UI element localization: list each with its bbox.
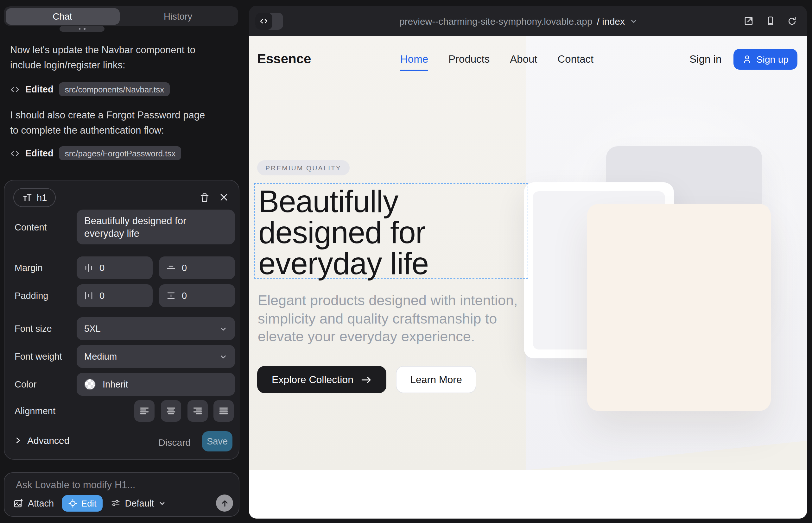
content-label: Content bbox=[15, 222, 47, 232]
chat-message: I should also create a Forgot Password p… bbox=[10, 108, 213, 138]
font-size-select[interactable]: 5XL bbox=[77, 317, 235, 340]
chat-history-tabs: Chat History bbox=[4, 6, 238, 26]
edited-file-row[interactable]: Edited src/pages/ForgotPassword.tsx bbox=[10, 146, 181, 161]
code-icon bbox=[10, 85, 20, 94]
edited-file-row[interactable]: Edited src/components/Navbar.tsx bbox=[10, 82, 170, 97]
align-right-button[interactable] bbox=[188, 400, 208, 422]
color-input[interactable]: Inherit bbox=[77, 373, 235, 396]
nav-home[interactable]: Home bbox=[400, 53, 428, 65]
font-size-value: 5XL bbox=[84, 324, 101, 334]
edit-mode-button[interactable]: Edit bbox=[62, 495, 103, 511]
target-icon bbox=[68, 499, 77, 507]
align-center-button[interactable] bbox=[161, 400, 181, 422]
padding-x-input[interactable]: 0 bbox=[77, 284, 153, 307]
decor-card-beige bbox=[587, 204, 771, 411]
element-tag-pill: h1 bbox=[13, 188, 56, 207]
margin-x-value: 0 bbox=[100, 263, 105, 273]
margin-x-icon bbox=[84, 264, 93, 272]
lovable-app: Chat History Now let's update the Navbar… bbox=[0, 0, 812, 523]
explore-label: Explore Collection bbox=[272, 374, 353, 385]
nav-products[interactable]: Products bbox=[448, 53, 490, 65]
file-chip[interactable]: src/components/Navbar.tsx bbox=[59, 82, 170, 96]
tab-history[interactable]: History bbox=[119, 8, 236, 24]
composer-placeholder: Ask Lovable to modify H1... bbox=[16, 479, 135, 491]
file-chip[interactable]: src/pages/ForgotPassword.tsx bbox=[59, 146, 181, 160]
margin-y-value: 0 bbox=[182, 263, 187, 273]
margin-y-input[interactable]: 0 bbox=[159, 256, 235, 279]
tab-chat[interactable]: Chat bbox=[5, 8, 119, 24]
chevron-down-icon bbox=[219, 325, 227, 333]
edit-label: Edit bbox=[81, 498, 96, 508]
mode-label: Default bbox=[125, 498, 154, 508]
user-icon bbox=[742, 54, 752, 64]
edited-label: Edited bbox=[25, 148, 54, 158]
url-path: / index bbox=[597, 16, 625, 26]
advanced-label: Advanced bbox=[27, 435, 69, 446]
attach-label: Attach bbox=[28, 498, 54, 508]
learn-more-button[interactable]: Learn More bbox=[396, 366, 476, 393]
preview-url[interactable]: preview--charming-site-symphony.lovable.… bbox=[249, 6, 788, 36]
element-editor-panel: h1 Content Beautifully designed for ever… bbox=[4, 180, 240, 460]
chevron-down-icon bbox=[158, 499, 166, 507]
color-value: Inherit bbox=[103, 379, 128, 390]
site-viewport: Essence Home Products About Contact Sign… bbox=[249, 36, 807, 519]
site-nav: Home Products About Contact bbox=[400, 53, 594, 65]
discard-button[interactable]: Discard bbox=[158, 437, 191, 448]
type-icon bbox=[22, 193, 32, 203]
color-label: Color bbox=[15, 379, 36, 390]
content-input[interactable]: Beautifully designed for everyday life bbox=[77, 210, 235, 245]
color-swatch bbox=[84, 379, 96, 390]
sign-up-button[interactable]: Sign up bbox=[734, 49, 797, 69]
close-editor-button[interactable] bbox=[219, 193, 229, 202]
open-external-icon[interactable] bbox=[744, 16, 754, 26]
save-button[interactable]: Save bbox=[202, 431, 232, 451]
hero-headline[interactable]: Beautifully designed for everyday life bbox=[259, 186, 474, 279]
attach-button[interactable]: Attach bbox=[13, 498, 54, 508]
padding-x-icon bbox=[84, 291, 93, 300]
element-tag: h1 bbox=[37, 193, 47, 203]
chevron-down-icon bbox=[219, 353, 227, 361]
sliders-icon bbox=[111, 498, 120, 508]
scrolled-message-peek bbox=[59, 26, 105, 32]
font-size-label: Font size bbox=[15, 324, 52, 334]
padding-y-icon bbox=[166, 291, 175, 300]
chevron-right-icon bbox=[15, 437, 21, 444]
attach-image-icon bbox=[13, 498, 23, 508]
advanced-toggle[interactable]: Advanced bbox=[15, 435, 69, 446]
margin-label: Margin bbox=[15, 263, 43, 273]
send-button[interactable] bbox=[216, 494, 233, 511]
margin-x-input[interactable]: 0 bbox=[77, 256, 153, 279]
font-weight-select[interactable]: Medium bbox=[77, 345, 235, 368]
chat-composer[interactable]: Ask Lovable to modify H1... Attach Edit … bbox=[4, 472, 240, 517]
nav-contact[interactable]: Contact bbox=[558, 53, 594, 65]
padding-y-value: 0 bbox=[182, 291, 187, 301]
align-justify-button[interactable] bbox=[213, 400, 234, 422]
site-logo[interactable]: Essence bbox=[257, 51, 311, 67]
alignment-label: Alignment bbox=[15, 406, 55, 416]
sign-up-label: Sign up bbox=[756, 54, 789, 64]
chevron-down-icon bbox=[629, 17, 637, 25]
nav-about[interactable]: About bbox=[510, 53, 537, 65]
delete-element-button[interactable] bbox=[199, 193, 210, 203]
preview-panel: preview--charming-site-symphony.lovable.… bbox=[249, 6, 807, 519]
code-icon bbox=[10, 148, 20, 158]
hero-paragraph: Elegant products designed with intention… bbox=[258, 292, 536, 346]
mobile-view-icon[interactable] bbox=[766, 16, 775, 26]
chat-message: Now let's update the Navbar component to… bbox=[10, 42, 213, 72]
padding-y-input[interactable]: 0 bbox=[159, 284, 235, 307]
mode-select[interactable]: Default bbox=[111, 498, 166, 508]
url-host: preview--charming-site-symphony.lovable.… bbox=[399, 16, 593, 26]
margin-y-icon bbox=[166, 264, 175, 272]
hero-badge: PREMIUM QUALITY bbox=[257, 160, 350, 175]
font-weight-value: Medium bbox=[84, 351, 117, 362]
padding-label: Padding bbox=[15, 291, 48, 301]
refresh-icon[interactable] bbox=[787, 16, 797, 26]
align-left-button[interactable] bbox=[134, 400, 155, 422]
padding-x-value: 0 bbox=[100, 291, 105, 301]
edited-label: Edited bbox=[25, 84, 54, 94]
arrow-right-icon bbox=[361, 375, 372, 384]
explore-collection-button[interactable]: Explore Collection bbox=[257, 366, 386, 393]
font-weight-label: Font weight bbox=[15, 351, 62, 362]
sign-in-link[interactable]: Sign in bbox=[689, 53, 721, 65]
